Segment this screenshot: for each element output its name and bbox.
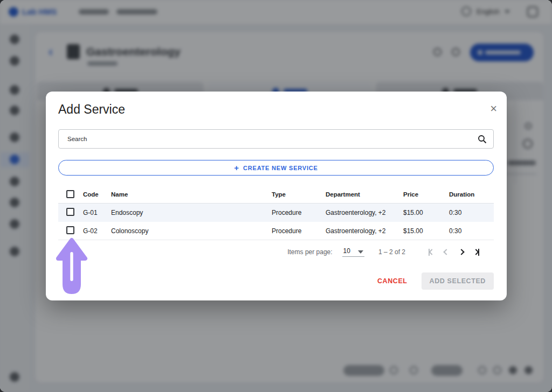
- pagination-bar: Items per page: 10 1 – 2 of 2: [58, 241, 494, 263]
- app-window: Lab HMS English ‹ Gastroenterology: [0, 0, 552, 392]
- page-size-value: 10: [343, 247, 350, 255]
- search-field: [58, 129, 494, 149]
- col-name: Name: [111, 191, 272, 198]
- plus-icon: +: [234, 164, 239, 172]
- cell-name: Endoscopy: [111, 209, 272, 216]
- last-page-button[interactable]: [469, 244, 484, 260]
- modal-title: Add Service: [58, 102, 125, 117]
- items-per-page-label: Items per page:: [287, 248, 332, 256]
- add-service-modal: Add Service × + CREATE NEW SERVICE Code …: [46, 92, 507, 300]
- cell-department: Gastroenterology, +2: [326, 227, 403, 235]
- cell-department: Gastroenterology, +2: [326, 209, 403, 216]
- pointer-arrow-annotation: [55, 237, 88, 296]
- chevron-down-icon: [358, 250, 363, 254]
- create-button-label: CREATE NEW SERVICE: [243, 165, 318, 171]
- cell-type: Procedure: [272, 227, 326, 235]
- table-row[interactable]: G-02 Colonoscopy Procedure Gastroenterol…: [58, 222, 494, 240]
- create-new-service-button[interactable]: + CREATE NEW SERVICE: [58, 160, 494, 176]
- select-all-checkbox[interactable]: [66, 190, 74, 198]
- cell-price: $15.00: [403, 227, 449, 235]
- first-page-button[interactable]: [424, 244, 439, 260]
- page-size-select[interactable]: 10: [342, 247, 364, 257]
- add-selected-button[interactable]: ADD SELECTED: [422, 272, 494, 290]
- cell-code: G-01: [83, 209, 111, 216]
- search-input[interactable]: [59, 130, 493, 148]
- search-icon[interactable]: [478, 135, 487, 144]
- cell-name: Colonoscopy: [111, 227, 272, 235]
- cancel-button[interactable]: CANCEL: [372, 273, 413, 289]
- cell-duration: 0:30: [449, 209, 494, 216]
- cell-price: $15.00: [403, 209, 449, 216]
- row-checkbox[interactable]: [66, 208, 74, 216]
- next-page-button[interactable]: [454, 244, 469, 260]
- modal-footer: CANCEL ADD SELECTED: [372, 272, 494, 290]
- page-range-label: 1 – 2 of 2: [378, 248, 405, 256]
- row-checkbox[interactable]: [66, 226, 74, 234]
- cell-duration: 0:30: [449, 227, 494, 235]
- col-type: Type: [272, 191, 326, 198]
- previous-page-button[interactable]: [439, 244, 454, 260]
- table-header: Code Name Type Department Price Duration: [58, 186, 494, 204]
- col-code: Code: [83, 191, 111, 198]
- cell-code: G-02: [83, 227, 111, 235]
- table-row[interactable]: G-01 Endoscopy Procedure Gastroenterolog…: [58, 204, 494, 222]
- col-price: Price: [403, 191, 449, 198]
- cell-type: Procedure: [272, 209, 326, 216]
- col-duration: Duration: [449, 191, 494, 198]
- close-icon[interactable]: ×: [490, 103, 497, 114]
- col-department: Department: [326, 191, 403, 198]
